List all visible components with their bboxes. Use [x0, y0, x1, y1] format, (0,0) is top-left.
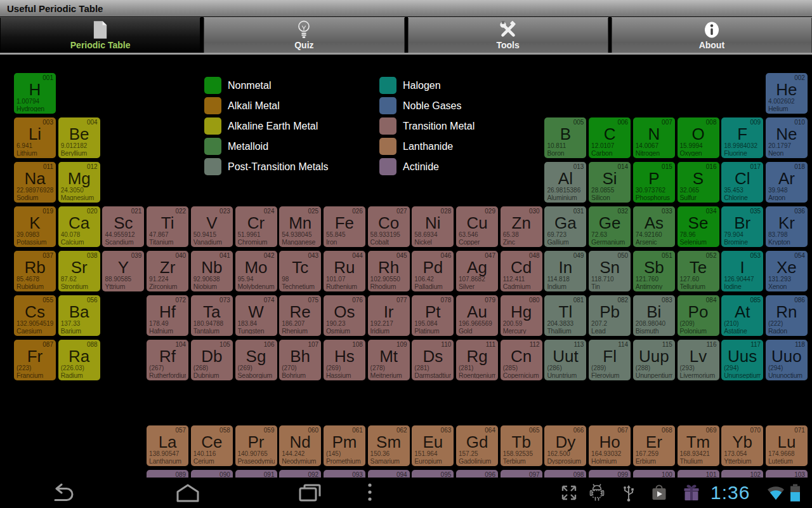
element-tile[interactable]: 028Ni58.6934Nickel — [412, 206, 454, 247]
element-tile[interactable]: 104Rf(267)Rutherfordium — [147, 340, 188, 380]
element-tile[interactable]: 109Mt(278)Meitnerium — [368, 340, 410, 380]
element-tile[interactable]: 045Rh102.90550Rhodium — [368, 251, 410, 291]
status-clock[interactable]: 1:36 — [710, 478, 750, 508]
element-tile[interactable]: 087Fr(223)Francium — [14, 340, 56, 380]
recents-button[interactable] — [298, 478, 322, 508]
element-tile[interactable]: 021Sc44.955912Scandium — [102, 206, 144, 247]
element-tile[interactable]: 041Nb92.90638Niobium — [191, 251, 233, 291]
element-tile[interactable]: 116Lv(293)Livermorium — [678, 340, 719, 380]
element-tile[interactable]: 049In114.818Indium — [544, 251, 586, 291]
element-tile[interactable]: 051Sb121.760Antimony — [633, 251, 675, 291]
element-tile[interactable]: 009F18.9984032Fluorine — [721, 117, 763, 158]
element-tile[interactable]: 040Zr91.224Zirconium — [147, 251, 188, 291]
element-tile[interactable]: 054Xe131.293Xenon — [766, 251, 808, 291]
element-tile[interactable]: 082Pb207.2Lead — [589, 295, 631, 336]
element-tile[interactable]: 073Ta180.94788Tantalum — [191, 295, 233, 336]
element-tile[interactable]: 069Tm168.93421Thulium — [678, 425, 719, 466]
element-tile[interactable]: 071Lu174.9668Lutetium — [766, 425, 808, 466]
element-tile[interactable]: 022Ti47.867Titanium — [147, 206, 188, 247]
element-tile[interactable]: 060Nd144.242Neodymium — [279, 425, 321, 466]
element-tile[interactable]: 084Po(209)Polonium — [678, 295, 719, 336]
element-tile[interactable]: 024Cr51.9961Chromium — [235, 206, 277, 247]
element-tile[interactable]: 067Ho164.93032Holmium — [589, 425, 631, 466]
element-tile[interactable]: 044Ru101.07Ruthenium — [324, 251, 365, 291]
back-button[interactable] — [47, 478, 75, 508]
element-tile[interactable]: 107Bh(270)Bohrium — [279, 340, 321, 380]
element-tile[interactable]: 029Cu63.546Copper — [456, 206, 498, 247]
element-tile[interactable]: 074W183.84Tungsten — [235, 295, 277, 336]
element-tile[interactable]: 047Ag107.8682Silver — [456, 251, 498, 291]
element-tile[interactable]: 111Rg(281)Roentgenium — [456, 340, 498, 380]
element-tile[interactable]: 075Re186.207Rhenium — [279, 295, 321, 336]
element-tile[interactable]: 035Br79.904Bromine — [721, 206, 763, 247]
element-tile[interactable]: 083Bi208.98040Bismuth — [633, 295, 675, 336]
element-tile[interactable]: 108Hs(269)Hassium — [324, 340, 365, 380]
element-tile[interactable]: 039Y88.90585Yttrium — [102, 251, 144, 291]
element-tile[interactable]: 019K39.0983Potassium — [14, 206, 56, 247]
element-tile[interactable]: 055Cs132.9054519Caesium — [14, 295, 56, 336]
element-tile[interactable]: 080Hg200.59Mercury — [501, 295, 542, 336]
element-tile[interactable]: 038Sr87.62Strontium — [58, 251, 100, 291]
element-tile[interactable]: 072Hf178.49Hafnium — [147, 295, 188, 336]
element-tile[interactable]: 077Ir192.217Iridium — [368, 295, 410, 336]
element-tile[interactable]: 114Fl(289)Flerovium — [589, 340, 631, 380]
element-tile[interactable]: 015P30.973762Phosphorus — [633, 162, 675, 203]
element-tile[interactable]: 002He4.002602Helium — [766, 73, 808, 114]
element-tile[interactable]: 003Li6.941Lithium — [14, 117, 56, 158]
element-tile[interactable]: 110Ds(281)Darmstadtium — [412, 340, 454, 380]
element-tile[interactable]: 088Ra(226.03)Radium — [58, 340, 100, 380]
element-tile[interactable]: 079Au196.966569Gold — [456, 295, 498, 336]
menu-overflow-button[interactable] — [367, 478, 373, 508]
element-tile[interactable]: 112Cn(285)Copernicium — [501, 340, 542, 380]
element-tile[interactable]: 063Eu151.964Europium — [412, 425, 454, 466]
element-tile[interactable]: 007N14.0067Nitrogen — [633, 117, 675, 158]
element-tile[interactable]: 016S32.065Sulfur — [678, 162, 719, 203]
element-tile[interactable]: 058Ce140.116Cerium — [191, 425, 233, 466]
element-tile[interactable]: 006C12.0107Carbon — [589, 117, 631, 158]
element-tile[interactable]: 012Mg24.3050Magnesium — [58, 162, 100, 203]
element-tile[interactable]: 026Fe55.845Iron — [324, 206, 365, 247]
element-tile[interactable]: 115Uup(288)Ununpentium — [633, 340, 675, 380]
element-tile[interactable]: 010Ne20.1797Neon — [766, 117, 808, 158]
element-tile[interactable]: 052Te127.60Tellurium — [678, 251, 719, 291]
element-tile[interactable]: 106Sg(269)Seaborgium — [235, 340, 277, 380]
element-tile[interactable]: 017Cl35.453Chlorine — [721, 162, 763, 203]
element-tile[interactable]: 020Ca40.078Calcium — [58, 206, 100, 247]
element-tile[interactable]: 076Os190.23Osmium — [324, 295, 365, 336]
element-tile[interactable]: 031Ga69.723Gallium — [544, 206, 586, 247]
element-tile[interactable]: 057La138.90547Lanthanum — [147, 425, 188, 466]
element-tile[interactable]: 056Ba137.33Barium — [58, 295, 100, 336]
element-tile[interactable]: 008O15.9994Oxygen — [678, 117, 719, 158]
element-tile[interactable]: 086Rn(222)Radon — [766, 295, 808, 336]
tab-quiz[interactable]: Quiz — [204, 17, 404, 53]
element-tile[interactable]: 064Gd157.25Gadolinium — [456, 425, 498, 466]
element-tile[interactable]: 025Mn54.938045Manganese — [279, 206, 321, 247]
element-tile[interactable]: 062Sm150.36Samarium — [368, 425, 410, 466]
element-tile[interactable]: 023V50.9415Vanadium — [191, 206, 233, 247]
element-tile[interactable]: 085At(210)Astatine — [721, 295, 763, 336]
element-tile[interactable]: 118Uuo(294)Ununoctium — [766, 340, 808, 380]
element-tile[interactable]: 013Al26.9815386Aluminium — [544, 162, 586, 203]
element-tile[interactable]: 081Tl204.3833Thallium — [544, 295, 586, 336]
element-tile[interactable]: 070Yb173.054Ytterbium — [721, 425, 763, 466]
element-tile[interactable]: 036Kr83.798Krypton — [766, 206, 808, 247]
element-tile[interactable]: 004Be9.012182Beryllium — [58, 117, 100, 158]
tab-tools[interactable]: Tools — [408, 17, 608, 53]
element-tile[interactable]: 033As74.92160Arsenic — [633, 206, 675, 247]
element-tile[interactable]: 053I126.90447Iodine — [721, 251, 763, 291]
element-tile[interactable]: 066Dy162.500Dysprosium — [544, 425, 586, 466]
element-tile[interactable]: 065Tb158.92535Terbium — [501, 425, 542, 466]
element-tile[interactable]: 061Pm(145)Promethium — [324, 425, 365, 466]
element-tile[interactable]: 050Sn118.710Tin — [589, 251, 631, 291]
element-tile[interactable]: 037Rb85.4678Rubidium — [14, 251, 56, 291]
element-tile[interactable]: 042Mo95.94Molybdenum — [235, 251, 277, 291]
element-tile[interactable]: 027Co58.933195Cobalt — [368, 206, 410, 247]
element-tile[interactable]: 046Pd106.42Palladium — [412, 251, 454, 291]
element-tile[interactable]: 018Ar39.948Argon — [766, 162, 808, 203]
element-tile[interactable]: 117Uus(294)Ununseptium — [721, 340, 763, 380]
element-tile[interactable]: 014Si28.0855Silicon — [589, 162, 631, 203]
element-tile[interactable]: 005B10.811Boron — [544, 117, 586, 158]
element-tile[interactable]: 068Er167.259Erbium — [633, 425, 675, 466]
element-tile[interactable]: 030Zn65.38Zinc — [501, 206, 542, 247]
element-tile[interactable]: 034Se78.96Selenium — [678, 206, 719, 247]
